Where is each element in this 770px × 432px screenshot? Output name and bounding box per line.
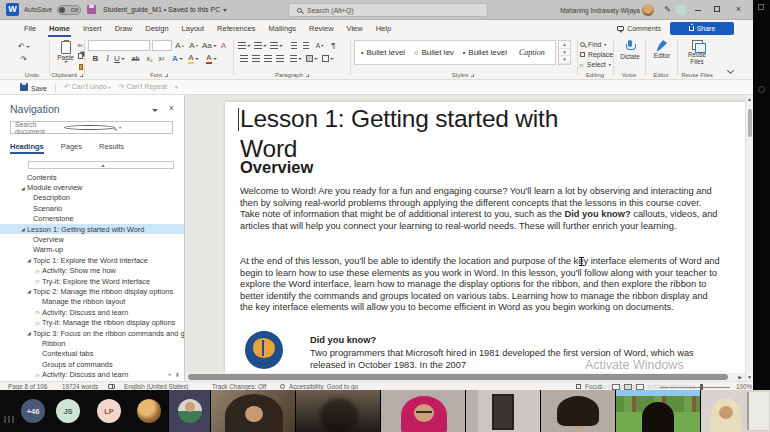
editor-button[interactable]: Editor — [648, 40, 676, 60]
ribbon-tab[interactable]: File — [23, 24, 37, 33]
navigation-search-input[interactable]: Search document ▾ — [10, 121, 173, 134]
participant-video[interactable] — [465, 390, 540, 432]
dialog-launcher-icon[interactable] — [165, 74, 168, 77]
tree-toggle-icon[interactable] — [34, 278, 42, 284]
participant-video[interactable] — [615, 390, 700, 432]
tree-toggle-icon[interactable] — [34, 372, 42, 378]
grow-font-button[interactable]: A▴ — [174, 40, 185, 51]
dictate-button[interactable]: Dictate — [616, 40, 644, 61]
help-icon[interactable] — [758, 86, 765, 93]
nav-heading-item[interactable]: Contextual tabs — [0, 349, 184, 359]
tree-toggle-icon[interactable] — [34, 268, 42, 274]
nav-heading-item[interactable]: Try-it: Explore the Word interface — [0, 276, 184, 286]
ribbon-tab[interactable]: Mailings — [267, 24, 297, 33]
styles-scroll-down-icon[interactable]: ▼ — [559, 49, 570, 57]
ribbon-tab[interactable]: Home — [48, 24, 71, 33]
align-center-button[interactable] — [250, 53, 261, 64]
navigation-tab[interactable]: Results — [99, 142, 124, 154]
nav-heading-item[interactable]: Overview — [0, 234, 184, 244]
nav-heading-item[interactable]: Lesson 1: Getting started with Word — [0, 224, 184, 234]
nav-heading-item[interactable]: Try-it: Manage the ribbon display option… — [0, 317, 184, 327]
nav-heading-item[interactable]: Warm-up — [0, 245, 184, 255]
tree-toggle-icon[interactable] — [19, 226, 27, 232]
minimize-icon[interactable] — [695, 10, 701, 11]
save-icon[interactable] — [87, 5, 96, 14]
nav-heading-item[interactable]: Topic 3: Focus on the ribbon commands an… — [0, 328, 184, 338]
pane-options-icon[interactable] — [152, 109, 158, 112]
nav-heading-item[interactable]: Activity: Show me how — [0, 266, 184, 276]
select-button[interactable]: ▷Select▾ — [580, 61, 611, 68]
ribbon-tab[interactable]: Layout — [181, 24, 206, 33]
qat-repeat-button[interactable]: ↷ Can't Repeat — [119, 83, 167, 91]
collapse-ribbon-icon[interactable] — [727, 67, 734, 74]
font-color-button[interactable]: A — [206, 53, 217, 64]
replace-button[interactable]: Replace — [580, 51, 613, 58]
styles-scroll-up-icon[interactable]: ▲ — [559, 41, 570, 49]
nav-heading-item[interactable]: Topic 2: Manage the ribbon display optio… — [0, 286, 184, 296]
tree-toggle-icon[interactable] — [25, 257, 33, 263]
comments-button[interactable]: Comments — [613, 22, 665, 35]
search-input[interactable]: Search (Alt+Q) — [288, 3, 488, 17]
styles-gallery-scroll[interactable]: ▲ ▼ ▼ — [558, 40, 571, 65]
copy-button[interactable] — [75, 50, 86, 61]
text-effects-button[interactable]: A — [172, 53, 183, 64]
tree-toggle-icon[interactable] — [34, 320, 42, 326]
vscroll-thumb[interactable] — [748, 109, 752, 137]
pane-close-icon[interactable]: × — [169, 103, 174, 113]
strikethrough-button[interactable]: ab — [130, 53, 141, 64]
line-spacing-button[interactable] — [290, 53, 302, 64]
focus-button[interactable]: Focus — [585, 383, 602, 390]
style-item[interactable]: • Bullet level — [361, 48, 405, 57]
nav-heading-item[interactable]: Groups of commands — [0, 359, 184, 369]
horizontal-scrollbar[interactable]: ▶ — [185, 373, 745, 381]
participant-avatar[interactable] — [137, 399, 161, 423]
participant-video[interactable] — [380, 390, 465, 432]
subscript-button[interactable]: x₂ — [144, 53, 155, 64]
headings-scroll-box[interactable] — [28, 161, 174, 169]
word-count[interactable]: 19724 words — [62, 383, 98, 390]
bullets-button[interactable] — [238, 40, 251, 51]
ribbon-tab[interactable]: Help — [375, 24, 392, 33]
tree-toggle-icon[interactable] — [25, 330, 33, 336]
ribbon-tab[interactable]: View — [346, 24, 364, 33]
hscroll-thumb[interactable] — [188, 374, 728, 380]
styles-more-icon[interactable]: ▼ — [559, 56, 570, 64]
participant-video[interactable] — [540, 390, 615, 432]
share-button[interactable]: Share — [670, 22, 734, 35]
close-icon[interactable]: × — [736, 4, 741, 14]
style-item[interactable]: • Bullet level — [463, 48, 507, 57]
nav-scrollbar[interactable]: ◂ ▮ — [168, 371, 181, 377]
page-indicator[interactable]: Page 8 of 106 — [8, 383, 47, 390]
clear-formatting-button[interactable]: A — [218, 40, 229, 51]
tree-toggle-icon[interactable] — [19, 185, 27, 191]
scroll-up-icon[interactable]: ▲ — [747, 96, 752, 102]
participant-initials[interactable]: LP — [97, 399, 121, 423]
language-indicator[interactable]: English (United States) — [124, 383, 188, 390]
participants-overflow-badge[interactable]: +46 — [21, 399, 45, 423]
style-item[interactable]: Caption — [516, 48, 545, 57]
scroll-right-icon[interactable]: ▶ — [738, 374, 742, 380]
document-title-dropdown[interactable]: Student_guide_M1 • Saved to this PC — [103, 6, 227, 13]
nav-heading-item[interactable]: Manage the ribbon layout — [0, 297, 184, 307]
font-size-combo[interactable] — [152, 40, 172, 51]
zoom-level[interactable]: 100% — [736, 383, 752, 390]
nav-heading-item[interactable]: Topic 1: Explore the Word interface — [0, 255, 184, 265]
italic-button[interactable]: I — [102, 53, 113, 64]
align-right-button[interactable] — [262, 53, 273, 64]
qat-undo-button[interactable]: ↶ Can't Undo ▾ — [64, 83, 111, 91]
user-avatar[interactable] — [642, 4, 654, 16]
navigation-tab[interactable]: Pages — [61, 142, 82, 154]
shrink-font-button[interactable]: A▾ — [188, 40, 199, 51]
align-left-button[interactable] — [238, 53, 249, 64]
superscript-button[interactable]: x² — [156, 53, 167, 64]
multilevel-list-button[interactable] — [270, 40, 283, 51]
highlight-button[interactable]: A — [188, 53, 199, 64]
participant-avatar-tile[interactable] — [168, 390, 210, 432]
font-name-combo[interactable] — [88, 40, 150, 51]
style-item[interactable]: ○ Bullet lev — [414, 48, 454, 57]
participant-video[interactable] — [295, 390, 380, 432]
show-formatting-button[interactable]: ¶ — [328, 40, 339, 51]
ribbon-tab[interactable]: Draw — [114, 24, 134, 33]
ink-pencil-icon[interactable]: ✎ — [664, 5, 671, 14]
redo-button[interactable]: ↷ — [18, 54, 29, 65]
